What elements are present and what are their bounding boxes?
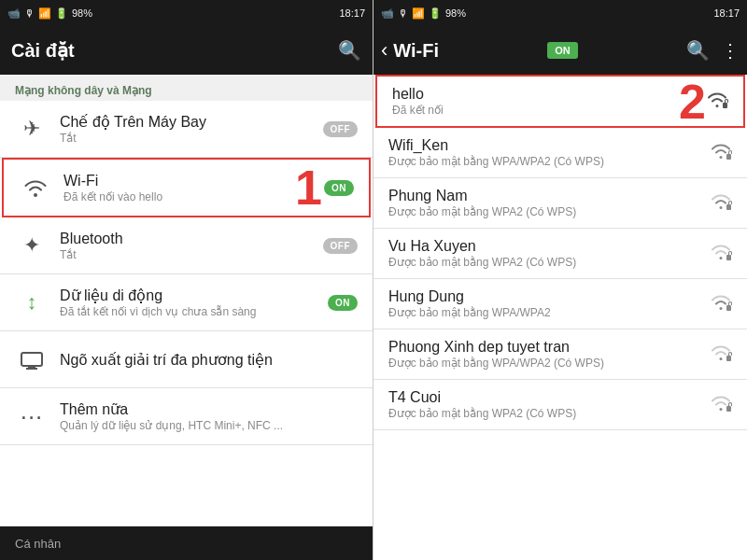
wifi-top-bar: ‹ Wi-Fi ON 🔍 ⋮ [374, 26, 747, 75]
phung-nam-name: Phung Nam [388, 188, 702, 204]
svg-rect-3 [723, 103, 727, 108]
settings-title: Cài đặt [11, 39, 75, 62]
svg-rect-1 [28, 366, 35, 368]
wifi-network-phuong-xinh[interactable]: Phuong Xinh dep tuyet tran Được bảo mật … [374, 329, 747, 380]
right-status-bar: 📹 🎙 📶 🔋 98% 18:17 [374, 0, 747, 26]
hung-dung-signal-icon [710, 292, 732, 315]
wifi-top-left: ‹ Wi-Fi [381, 38, 439, 63]
phuong-xinh-text: Phuong Xinh dep tuyet tran Được bảo mật … [388, 339, 702, 370]
svg-rect-8 [726, 356, 731, 361]
wifi-network-hello[interactable]: hello Đã kết nối 2 [375, 75, 745, 128]
phung-nam-text: Phung Nam Được bảo mật bằng WPA2 (Có WPS… [388, 188, 702, 218]
wifi-list: hello Đã kết nối 2 Wifi_Ken Được bảo mật… [374, 75, 747, 560]
data-text: Dữ liệu di động Đã tắt kết nối vì dịch v… [60, 287, 328, 318]
hello-signal-icon [706, 90, 728, 113]
left-panel: 📹 🎙 📶 🔋 98% 18:17 Cài đặt 🔍 Mạng không d… [0, 0, 374, 560]
svg-rect-6 [726, 255, 731, 260]
video-icon: 📹 [7, 7, 21, 20]
airplane-text: Chế độ Trên Máy Bay Tắt [60, 113, 323, 145]
wifi-network-t4-cuoi[interactable]: T4 Cuoi Được bảo mật bằng WPA2 (Có WPS) [374, 380, 747, 430]
t4-cuoi-text: T4 Cuoi Được bảo mật bằng WPA2 (Có WPS) [388, 389, 702, 420]
battery-percent: 98% [72, 7, 92, 19]
settings-list: ✈ Chế độ Trên Máy Bay Tắt OFF Wi-Fi Đã k… [0, 101, 373, 526]
right-video-icon: 📹 [381, 7, 394, 20]
wifi-search-button[interactable]: 🔍 [686, 39, 710, 62]
bluetooth-icon: ✦ [15, 229, 49, 262]
left-status-time: 18:17 [339, 7, 365, 19]
left-bottom-bar: Cá nhân [0, 526, 373, 560]
media-title: Ngõ xuất giải trí đa phương tiện [60, 351, 358, 369]
airplane-toggle[interactable]: OFF [323, 121, 359, 137]
wifi-on-badge[interactable]: ON [547, 42, 578, 59]
phuong-xinh-signal-icon [710, 343, 732, 366]
wifi-icon [19, 171, 52, 204]
bluetooth-subtitle: Tắt [60, 248, 323, 261]
wifi-ken-signal-icon [710, 141, 732, 164]
media-icon [15, 343, 49, 376]
hung-dung-text: Hung Dung Được bảo mật bằng WPA/WPA2 [388, 288, 702, 319]
section-header: Mạng không dây và Mạng [0, 75, 373, 101]
more-title: Thêm nữa [60, 400, 358, 418]
time-display: 18:17 [339, 7, 365, 19]
right-panel: 📹 🎙 📶 🔋 98% 18:17 ‹ Wi-Fi ON 🔍 ⋮ hello Đ… [374, 0, 747, 560]
wifi-toggle[interactable]: ON [324, 180, 354, 196]
wifi-network-vu-ha-xuyen[interactable]: Vu Ha Xuyen Được bảo mật bằng WPA2 (Có W… [374, 229, 747, 279]
bluetooth-text: Bluetooth Tắt [60, 231, 323, 261]
svg-rect-4 [726, 154, 731, 160]
wifi-ken-name: Wifi_Ken [388, 137, 702, 154]
media-item[interactable]: Ngõ xuất giải trí đa phương tiện [0, 331, 373, 388]
more-subtitle: Quản lý dữ liệu sử dụng, HTC Mini+, NFC … [60, 419, 358, 432]
back-button[interactable]: ‹ [381, 38, 388, 63]
airplane-icon: ✈ [15, 112, 49, 146]
airplane-subtitle: Tắt [60, 132, 323, 145]
phuong-xinh-status: Được bảo mật bằng WPA/WPA2 (Có WPS) [388, 357, 702, 370]
media-text: Ngõ xuất giải trí đa phương tiện [60, 351, 358, 369]
right-status-icons: 📹 🎙 📶 🔋 98% [381, 7, 466, 20]
data-toggle[interactable]: ON [328, 295, 358, 311]
left-status-bar: 📹 🎙 📶 🔋 98% 18:17 [0, 0, 373, 26]
bottom-label: Cá nhân [15, 537, 61, 551]
bluetooth-item[interactable]: ✦ Bluetooth Tắt OFF [0, 217, 373, 274]
wifi-network-phung-nam[interactable]: Phung Nam Được bảo mật bằng WPA2 (Có WPS… [374, 178, 747, 229]
svg-rect-0 [21, 353, 42, 366]
right-time-display: 18:17 [713, 7, 740, 19]
wifi-badge: 1 [295, 163, 322, 212]
wifi-connected-badge: 2 [679, 77, 706, 126]
mic-icon: 🎙 [24, 7, 35, 19]
right-status-time: 18:17 [713, 7, 740, 19]
more-text: Thêm nữa Quản lý dữ liệu sử dụng, HTC Mi… [60, 400, 358, 432]
svg-rect-9 [726, 406, 731, 412]
t4-cuoi-name: T4 Cuoi [388, 389, 702, 406]
airplane-mode-item[interactable]: ✈ Chế độ Trên Máy Bay Tắt OFF [0, 101, 373, 158]
wifi-text: Wi-Fi Đã kết nối vào hello [63, 173, 324, 203]
hello-text: hello Đã kết nối [392, 86, 698, 117]
left-status-icons: 📹 🎙 📶 🔋 98% [7, 7, 92, 20]
right-mic-icon: 🎙 [398, 7, 408, 19]
wifi-ken-status: Được bảo mật bằng WPA/WPA2 (Có WPS) [388, 155, 702, 168]
t4-cuoi-signal-icon [710, 393, 732, 416]
hung-dung-status: Được bảo mật bằng WPA/WPA2 [388, 306, 702, 319]
search-button[interactable]: 🔍 [338, 39, 361, 62]
wifi-network-hung-dung[interactable]: Hung Dung Được bảo mật bằng WPA/WPA2 [374, 279, 747, 329]
battery-icon: 🔋 [55, 7, 68, 20]
wifi-more-button[interactable]: ⋮ [721, 39, 740, 62]
phuong-xinh-name: Phuong Xinh dep tuyet tran [388, 339, 702, 356]
settings-top-icons: 🔍 [338, 39, 361, 62]
settings-top-bar: Cài đặt 🔍 [0, 26, 373, 75]
phung-nam-signal-icon [710, 191, 732, 215]
bluetooth-toggle[interactable]: OFF [323, 238, 359, 254]
wifi-subtitle: Đã kết nối vào hello [63, 190, 324, 203]
hung-dung-name: Hung Dung [388, 288, 702, 305]
wifi-ken-text: Wifi_Ken Được bảo mật bằng WPA/WPA2 (Có … [388, 137, 702, 168]
hello-name: hello [392, 86, 698, 103]
vu-ha-xuyen-signal-icon [710, 242, 732, 265]
hello-status: Đã kết nối [392, 104, 698, 117]
more-item[interactable]: ··· Thêm nữa Quản lý dữ liệu sử dụng, HT… [0, 388, 373, 445]
wifi-network-wifi-ken[interactable]: Wifi_Ken Được bảo mật bằng WPA/WPA2 (Có … [374, 128, 747, 178]
wifi-title: Wi-Fi [63, 173, 324, 189]
mobile-data-item[interactable]: ↕ Dữ liệu di động Đã tắt kết nối vì dịch… [0, 274, 373, 331]
right-signal-icon: 📶 [412, 7, 425, 20]
wifi-item[interactable]: Wi-Fi Đã kết nối vào hello ON 1 [2, 158, 371, 217]
more-icon: ··· [15, 399, 49, 433]
data-icon: ↕ [15, 286, 49, 319]
